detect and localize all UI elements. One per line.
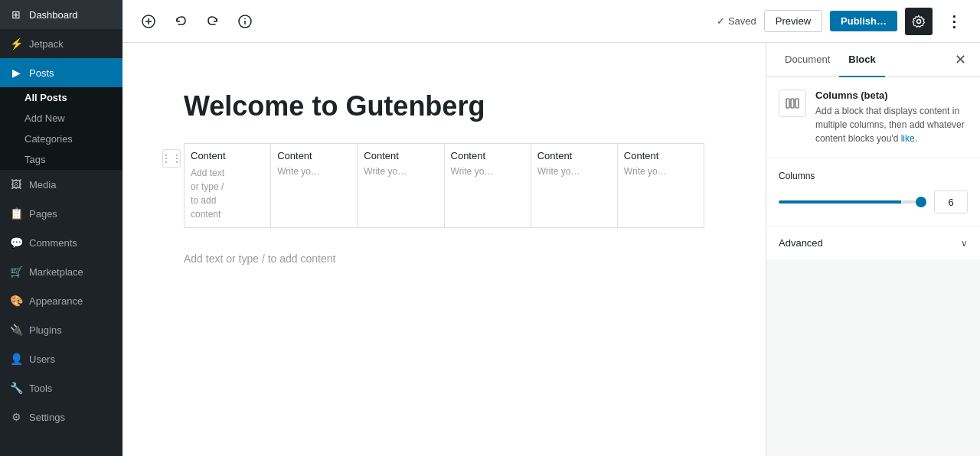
column-write-4[interactable]: Write yo… — [451, 166, 524, 177]
sidebar-item-appearance[interactable]: 🎨 Appearance — [0, 286, 122, 315]
comments-icon: 💬 — [9, 236, 23, 249]
svg-point-6 — [917, 19, 921, 23]
sidebar-item-tools[interactable]: 🔧 Tools — [0, 373, 122, 402]
sidebar-subitem-all-posts[interactable]: All Posts — [0, 87, 122, 108]
marketplace-icon: 🛒 — [9, 265, 23, 278]
sidebar-item-plugins[interactable]: 🔌 Plugins — [0, 315, 122, 344]
column-write-2[interactable]: Write yo… — [277, 166, 351, 177]
block-desc-link: like. — [901, 133, 917, 144]
sidebar-item-label: Media — [29, 179, 113, 191]
sidebar-item-label: Plugins — [29, 324, 113, 336]
columns-block[interactable]: Content Add textor type /to addcontent C… — [184, 143, 704, 228]
sidebar-item-label: Dashboard — [29, 9, 113, 21]
settings-button[interactable] — [905, 8, 933, 35]
columns-value[interactable]: 6 — [934, 191, 968, 213]
columns-block-wrapper: ⋮⋮ Content Add textor type /to addconten… — [184, 143, 704, 228]
editor-content[interactable]: Welcome to Gutenberg ⋮⋮ Content Add text… — [122, 43, 766, 456]
sidebar-item-media[interactable]: 🖼 Media — [0, 170, 122, 199]
sidebar-subitem-add-new[interactable]: Add New — [0, 108, 122, 129]
editor-toolbar: ✓ Saved Preview Publish… ⋮ — [122, 0, 980, 43]
sidebar-item-settings[interactable]: ⚙ Settings — [0, 402, 122, 432]
editor-area: Welcome to Gutenberg ⋮⋮ Content Add text… — [122, 43, 980, 456]
advanced-section[interactable]: Advanced ∨ — [766, 226, 980, 259]
add-content-area[interactable]: Add text or type / to add content — [184, 240, 704, 277]
block-info: Columns (beta) Add a block that displays… — [766, 77, 980, 158]
pages-icon: 📋 — [9, 207, 23, 220]
column-write-6[interactable]: Write yo… — [624, 166, 697, 177]
saved-text: Saved — [728, 15, 756, 27]
posts-submenu: All Posts Add New Categories Tags — [0, 87, 122, 170]
main-area: ✓ Saved Preview Publish… ⋮ Welcome to Gu… — [122, 0, 980, 456]
tab-document[interactable]: Document — [776, 43, 839, 77]
columns-label: Columns — [779, 171, 968, 181]
panel-gray-area — [766, 259, 980, 456]
sidebar-item-label: Tools — [29, 383, 113, 394]
redo-button[interactable] — [199, 8, 227, 35]
sidebar-item-label: Settings — [29, 412, 113, 423]
publish-button[interactable]: Publish… — [830, 11, 897, 31]
settings-icon: ⚙ — [9, 410, 23, 424]
column-placeholder-1[interactable]: Add textor type /to addcontent — [191, 166, 264, 221]
chevron-down-icon: ∨ — [961, 238, 968, 249]
column-write-3[interactable]: Write yo… — [364, 166, 437, 177]
column-write-5[interactable]: Write yo… — [537, 166, 611, 177]
plus-icon — [142, 15, 155, 28]
media-icon: 🖼 — [9, 178, 23, 191]
block-drag-handle[interactable]: ⋮⋮ — [162, 149, 181, 168]
sidebar-item-posts[interactable]: ▶ Posts — [0, 58, 122, 87]
column-header-3: Content — [364, 150, 437, 161]
sidebar-item-label: Appearance — [29, 295, 113, 307]
column-header-4: Content — [451, 150, 524, 161]
column-header-1: Content — [191, 150, 264, 161]
block-icon — [779, 90, 806, 117]
appearance-icon: 🎨 — [9, 294, 23, 308]
column-header-6: Content — [624, 150, 697, 161]
sidebar-item-comments[interactable]: 💬 Comments — [0, 228, 122, 257]
info-button[interactable] — [231, 8, 259, 35]
svg-rect-7 — [786, 99, 789, 108]
sidebar-item-label: Pages — [29, 208, 113, 220]
panel-tabs: Document Block ✕ — [766, 43, 980, 77]
sidebar-item-dashboard[interactable]: ⊞ Dashboard — [0, 0, 122, 29]
advanced-label: Advanced — [779, 237, 823, 249]
columns-slider[interactable] — [779, 200, 926, 204]
jetpack-icon: ⚡ — [9, 37, 23, 50]
block-info-text: Columns (beta) Add a block that displays… — [815, 90, 968, 145]
column-cell-6[interactable]: Content Write yo… — [618, 144, 704, 227]
preview-button[interactable]: Preview — [764, 10, 822, 32]
sidebar-item-marketplace[interactable]: 🛒 Marketplace — [0, 257, 122, 286]
tab-block[interactable]: Block — [839, 43, 884, 77]
redo-icon — [206, 15, 220, 28]
add-block-button[interactable] — [135, 8, 162, 35]
column-header-2: Content — [277, 150, 351, 161]
svg-point-5 — [244, 18, 246, 19]
sidebar-item-jetpack[interactable]: ⚡ Jetpack — [0, 29, 122, 58]
sidebar-item-label: Jetpack — [29, 38, 113, 50]
sidebar: ⊞ Dashboard ⚡ Jetpack ▶ Posts All Posts … — [0, 0, 122, 456]
column-cell-1[interactable]: Content Add textor type /to addcontent — [185, 144, 271, 227]
column-header-5: Content — [537, 150, 611, 161]
more-options-button[interactable]: ⋮ — [940, 8, 968, 35]
columns-icon — [785, 96, 800, 111]
checkmark-icon: ✓ — [717, 15, 725, 27]
tools-icon: 🔧 — [9, 381, 23, 395]
column-cell-4[interactable]: Content Write yo… — [445, 144, 531, 227]
dashboard-icon: ⊞ — [9, 8, 23, 21]
sidebar-item-users[interactable]: 👤 Users — [0, 344, 122, 373]
sidebar-item-label: Marketplace — [29, 266, 113, 278]
sidebar-subitem-tags[interactable]: Tags — [0, 149, 122, 170]
column-cell-3[interactable]: Content Write yo… — [358, 144, 444, 227]
panel-close-button[interactable]: ✕ — [949, 49, 971, 70]
post-title[interactable]: Welcome to Gutenberg — [184, 89, 704, 125]
undo-icon — [174, 15, 188, 28]
plugins-icon: 🔌 — [9, 323, 23, 337]
columns-control-section: Columns 6 — [766, 158, 980, 226]
undo-button[interactable] — [167, 8, 194, 35]
posts-icon: ▶ — [9, 66, 23, 80]
column-cell-2[interactable]: Content Write yo… — [271, 144, 358, 227]
sidebar-subitem-categories[interactable]: Categories — [0, 129, 122, 149]
svg-rect-8 — [791, 99, 794, 108]
sidebar-item-label: Comments — [29, 237, 113, 249]
sidebar-item-pages[interactable]: 📋 Pages — [0, 199, 122, 228]
column-cell-5[interactable]: Content Write yo… — [531, 144, 618, 227]
